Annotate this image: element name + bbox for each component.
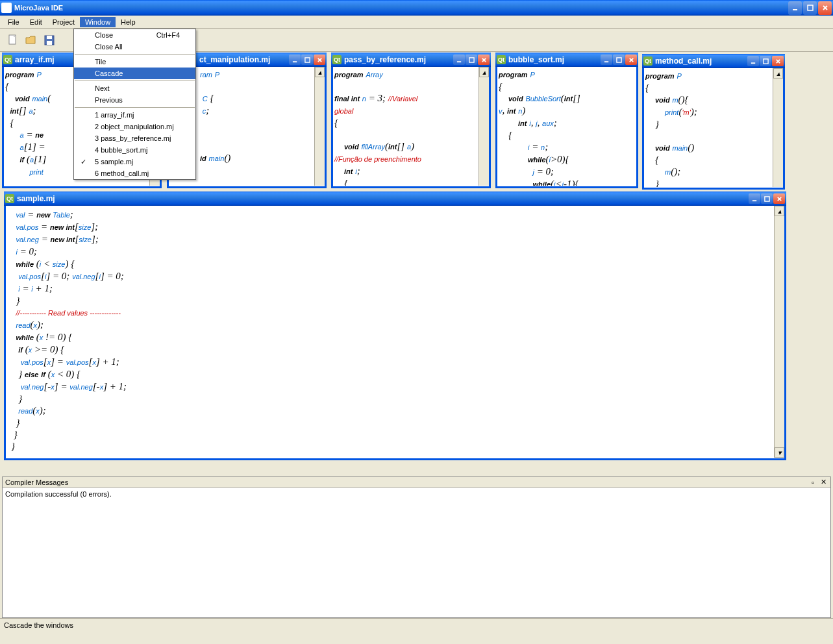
panel-close-button[interactable]: ✕ xyxy=(819,478,828,486)
app-icon xyxy=(1,3,12,13)
child-minimize-button[interactable] xyxy=(747,56,759,66)
svg-rect-4 xyxy=(47,36,52,39)
dropdown-separator xyxy=(75,54,195,55)
code-editor[interactable]: val = new Table; val.pos = new int[size]… xyxy=(6,206,784,458)
maximize-button[interactable] xyxy=(803,1,817,15)
dropdown-separator xyxy=(75,107,195,108)
menu-file[interactable]: File xyxy=(3,17,25,27)
svg-rect-13 xyxy=(616,57,621,62)
svg-rect-12 xyxy=(604,61,608,62)
dropdown-next[interactable]: Next xyxy=(74,82,195,94)
qt-icon: Qt xyxy=(3,55,12,64)
save-file-button[interactable] xyxy=(42,32,57,48)
panel-header: Compiler Messages ▫ ✕ xyxy=(3,477,830,488)
scrollbar-vertical[interactable]: ▴ xyxy=(773,68,783,187)
menu-help[interactable]: Help xyxy=(116,17,141,27)
child-minimize-button[interactable] xyxy=(601,55,612,65)
window-dropdown: CloseCtrl+F4 Close All Tile Cascade Next… xyxy=(73,29,196,180)
child-titlebar[interactable]: Qt sample.mj xyxy=(4,192,786,206)
svg-rect-9 xyxy=(305,57,309,62)
menu-edit[interactable]: Edit xyxy=(25,17,47,27)
window-title: bubble_sort.mj xyxy=(508,55,600,64)
dropdown-separator xyxy=(75,80,195,81)
panel-title: Compiler Messages xyxy=(5,478,807,486)
child-maximize-button[interactable] xyxy=(761,193,773,204)
window-title: method_call.mj xyxy=(655,56,747,66)
menubar: File Edit Project Window Help xyxy=(0,16,833,29)
dropdown-file-1[interactable]: 1 array_if.mj xyxy=(74,109,195,121)
code-editor[interactable]: program P { void m(){ print('m'); } void… xyxy=(644,68,783,187)
dropdown-close[interactable]: CloseCtrl+F4 xyxy=(74,29,195,41)
dropdown-previous[interactable]: Previous xyxy=(74,94,195,106)
close-button[interactable] xyxy=(818,1,832,15)
panel-restore-button[interactable]: ▫ xyxy=(808,478,817,486)
scrollbar-vertical[interactable]: ▴ xyxy=(479,67,489,186)
child-maximize-button[interactable] xyxy=(613,55,625,65)
child-close-button[interactable] xyxy=(478,55,490,65)
svg-rect-5 xyxy=(47,41,52,45)
qt-icon: Qt xyxy=(497,55,506,64)
child-titlebar[interactable]: Qt method_call.mj xyxy=(642,54,785,68)
dropdown-file-4[interactable]: 4 bubble_sort.mj xyxy=(74,144,195,156)
menu-window[interactable]: Window xyxy=(80,17,116,27)
window-bubble-sort[interactable]: Qt bubble_sort.mj program P { void Bubbl… xyxy=(495,53,638,188)
qt-icon: Qt xyxy=(5,194,14,203)
statusbar: Cascade the windows xyxy=(0,618,833,631)
svg-rect-10 xyxy=(456,61,460,62)
svg-rect-15 xyxy=(763,58,767,63)
svg-rect-16 xyxy=(752,200,756,201)
child-close-button[interactable] xyxy=(314,55,325,65)
dropdown-file-2[interactable]: 2 object_manipulation.mj xyxy=(74,121,195,132)
compiler-output: Compilation successful (0 errors). xyxy=(3,488,830,501)
child-minimize-button[interactable] xyxy=(289,55,301,65)
svg-rect-8 xyxy=(292,61,296,62)
dropdown-file-5[interactable]: ✓5 sample.mj xyxy=(74,156,195,167)
code-editor[interactable]: program Array final int n = 3; //Variave… xyxy=(333,67,489,186)
child-titlebar[interactable]: Qt bubble_sort.mj xyxy=(495,53,638,67)
svg-rect-0 xyxy=(793,9,797,10)
dropdown-close-all[interactable]: Close All xyxy=(74,41,195,53)
child-titlebar[interactable]: Qt pass_by_reference.mj xyxy=(331,53,491,67)
child-maximize-button[interactable] xyxy=(760,56,771,66)
dropdown-file-6[interactable]: 6 method_call.mj xyxy=(74,167,195,179)
minimize-button[interactable] xyxy=(788,1,802,15)
window-method-call[interactable]: Qt method_call.mj program P { void m(){ … xyxy=(642,55,785,190)
window-title: pass_by_reference.mj xyxy=(344,55,453,64)
child-close-button[interactable] xyxy=(625,55,637,65)
code-editor[interactable]: program P { void BubbleSort(int[] v, int… xyxy=(497,67,636,186)
window-title: sample.mj xyxy=(17,194,748,203)
main-titlebar: MicroJava IDE xyxy=(0,0,833,16)
child-maximize-button[interactable] xyxy=(466,55,477,65)
compiler-panel: Compiler Messages ▫ ✕ Compilation succes… xyxy=(2,477,831,618)
child-minimize-button[interactable] xyxy=(453,55,465,65)
qt-icon: Qt xyxy=(332,55,342,64)
dropdown-tile[interactable]: Tile xyxy=(74,56,195,68)
svg-rect-11 xyxy=(469,57,473,62)
check-icon: ✓ xyxy=(81,158,86,166)
svg-rect-1 xyxy=(808,5,813,10)
scrollbar-vertical[interactable]: ▴▾ xyxy=(774,206,784,458)
window-sample[interactable]: Qt sample.mj val = new Table; val.pos = … xyxy=(4,192,786,460)
svg-rect-17 xyxy=(764,196,769,201)
child-minimize-button[interactable] xyxy=(749,193,760,204)
new-file-button[interactable] xyxy=(5,32,21,48)
dropdown-file-3[interactable]: 3 pass_by_reference.mj xyxy=(74,132,195,144)
dropdown-cascade[interactable]: Cascade xyxy=(74,68,195,79)
scrollbar-vertical[interactable]: ▴ xyxy=(314,67,325,186)
menu-project[interactable]: Project xyxy=(47,17,80,27)
open-file-button[interactable] xyxy=(23,32,39,48)
status-text: Cascade the windows xyxy=(4,621,73,629)
qt-icon: Qt xyxy=(643,56,653,66)
app-title: MicroJava IDE xyxy=(14,4,788,12)
window-pass-by-reference[interactable]: Qt pass_by_reference.mj program Array fi… xyxy=(331,53,491,188)
svg-rect-14 xyxy=(751,62,754,64)
child-close-button[interactable] xyxy=(772,56,784,66)
child-close-button[interactable] xyxy=(773,193,785,204)
child-maximize-button[interactable] xyxy=(301,55,313,65)
